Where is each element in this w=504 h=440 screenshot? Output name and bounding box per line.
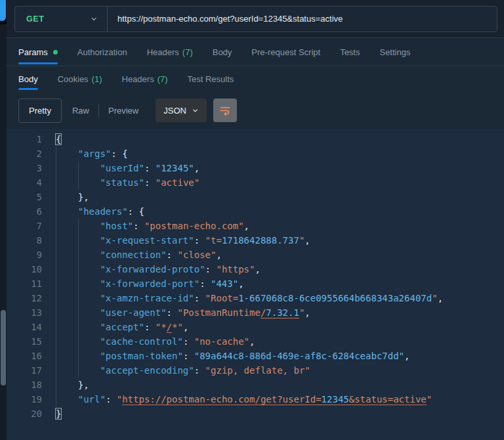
token: /	[167, 322, 172, 333]
token: "host"	[100, 221, 133, 231]
indent-guide	[56, 378, 56, 392]
token: "x-forwarded-port"	[100, 278, 200, 289]
token: :	[194, 235, 205, 246]
token: "headers"	[78, 206, 128, 217]
indent-guide	[78, 363, 79, 378]
token: :	[194, 365, 205, 376]
postman-app: GET https://postman-echo.com/get?userId=…	[0, 0, 504, 440]
token: "status"	[100, 177, 144, 188]
indent-guide	[56, 349, 56, 363]
tab-tests[interactable]: Tests	[340, 38, 360, 66]
indent-guide	[78, 161, 79, 175]
scrollbar-thumb[interactable]	[1, 310, 6, 385]
response-tabs: BodyCookies(1)Headers(7)Test Results	[7, 66, 504, 92]
token	[56, 394, 78, 405]
line-number: 15	[7, 334, 42, 349]
indent-guide	[56, 262, 56, 276]
indent-guide	[56, 392, 56, 407]
token: ,	[249, 336, 255, 347]
response-body-editor[interactable]: 1{2 "args": {3 "userId": "12345",4 "stat…	[7, 129, 504, 440]
token: *"	[172, 322, 183, 332]
format-selector[interactable]: JSON	[156, 99, 207, 122]
code-line: 5 },	[7, 190, 504, 204]
tab-params[interactable]: Params	[18, 38, 58, 66]
line-number: 2	[7, 146, 42, 161]
token: :	[133, 221, 144, 231]
code-line: 4 "status": "active"	[7, 175, 504, 190]
response-view-bar: PrettyRawPreview JSON	[7, 92, 504, 129]
line-content: {	[42, 132, 61, 146]
code-line: 1{	[7, 132, 504, 146]
line-content: "cache-control": "no-cache",	[42, 334, 255, 349]
tab-label: Pre-request Script	[251, 47, 320, 57]
wrap-text-icon	[219, 104, 232, 117]
code-lines: 1{2 "args": {3 "userId": "12345",4 "stat…	[7, 132, 504, 421]
tab-pre-request-script[interactable]: Pre-request Script	[251, 38, 320, 66]
token: ,	[244, 221, 249, 231]
token: :	[167, 250, 178, 260]
token: "gzip, deflate, br"	[205, 365, 310, 376]
indent-guide	[56, 204, 56, 219]
line-number: 3	[7, 161, 42, 175]
line-number: 14	[7, 320, 42, 334]
code-line: 9 "connection": "close",	[7, 248, 504, 262]
token: :	[144, 163, 156, 173]
tab-label: Body	[213, 47, 232, 57]
code-line: 17 "accept-encoding": "gzip, deflate, br…	[7, 363, 504, 378]
line-content: "headers": {	[42, 204, 144, 219]
token: },	[56, 380, 89, 390]
chevron-down-icon	[90, 15, 98, 23]
code-line: 19 "url": "https://postman-echo.com/get?…	[7, 392, 504, 407]
line-number: 16	[7, 349, 42, 363]
tab-headers[interactable]: Headers(7)	[147, 38, 193, 66]
line-number: 11	[7, 276, 42, 291]
line-content: "x-request-start": "t=1718642888.737",	[42, 233, 310, 248]
indent-guide	[56, 291, 56, 305]
subtab-cookies[interactable]: Cookies(1)	[58, 66, 102, 92]
token: "89a644c8-886d-469e-af8c-6284ceabc7dd"	[194, 351, 404, 361]
token: "t=	[205, 235, 222, 246]
view-mode-pretty[interactable]: Pretty	[18, 99, 62, 123]
view-mode-preview[interactable]: Preview	[100, 106, 146, 116]
indent-guide	[56, 161, 56, 175]
subtab-body[interactable]: Body	[18, 66, 38, 92]
tab-body[interactable]: Body	[213, 38, 232, 66]
tab-count-badge: (7)	[158, 74, 168, 84]
token: :	[111, 148, 122, 159]
subtab-headers[interactable]: Headers(7)	[122, 66, 168, 92]
subtab-test-results[interactable]: Test Results	[188, 66, 234, 92]
token	[56, 206, 78, 217]
token: :	[128, 206, 139, 217]
indent-guide	[78, 175, 79, 190]
token: :	[144, 322, 156, 332]
format-label: JSON	[163, 106, 186, 116]
tab-label: Headers	[122, 74, 154, 84]
indent-guide	[56, 219, 56, 233]
method-selector[interactable]: GET	[15, 7, 107, 32]
code-line: 6 "headers": {	[7, 204, 504, 219]
tab-label: Settings	[379, 47, 410, 57]
token: {	[138, 206, 144, 217]
indent-guide	[78, 233, 79, 248]
token: :	[194, 293, 205, 303]
line-content: }	[42, 407, 61, 421]
token: "args"	[78, 148, 112, 159]
view-mode-raw[interactable]: Raw	[64, 106, 97, 116]
indent-guide	[78, 305, 79, 320]
code-line: 8 "x-request-start": "t=1718642888.737",	[7, 233, 504, 248]
tab-authorization[interactable]: Authorization	[77, 38, 127, 66]
token: :	[205, 264, 217, 275]
view-modes: PrettyRawPreview	[18, 99, 146, 123]
token	[56, 148, 78, 159]
line-content: "postman-token": "89a644c8-886d-469e-af8…	[42, 349, 410, 363]
indent-guide	[78, 320, 79, 334]
tab-settings[interactable]: Settings	[379, 38, 410, 66]
indent-guide	[78, 349, 79, 363]
tab-label: Authorization	[77, 47, 127, 57]
wrap-text-button[interactable]	[213, 99, 237, 122]
tab-count-badge: (1)	[92, 74, 102, 84]
token: "Root=	[205, 293, 239, 303]
token: "	[432, 293, 437, 303]
line-content: "host": "postman-echo.com",	[42, 219, 249, 233]
url-input[interactable]: https://postman-echo.com/get?userId=1234…	[108, 14, 497, 24]
